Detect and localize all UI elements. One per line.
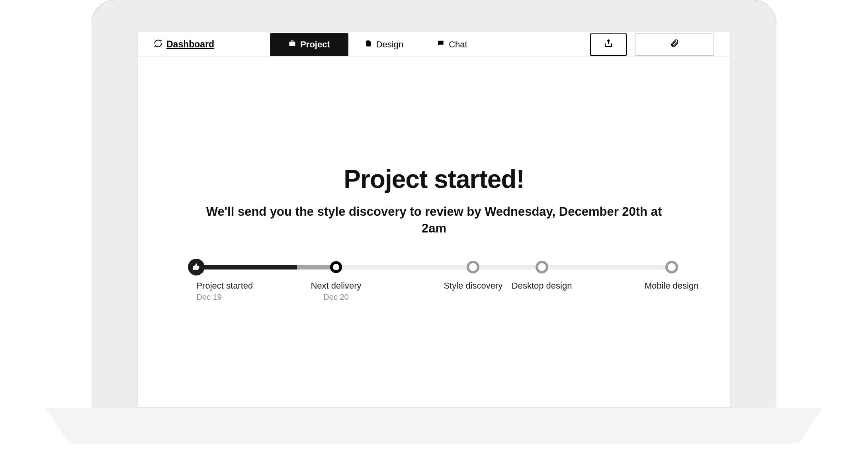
thumbs-up-icon	[192, 263, 200, 271]
tab-label: Design	[376, 39, 403, 50]
progress-step-name: Mobile design	[645, 281, 699, 291]
briefcase-icon	[288, 39, 296, 49]
progress-node-4	[665, 261, 678, 273]
progress-step-date: Dec 20	[311, 293, 361, 302]
tab-project[interactable]: Project	[270, 33, 348, 56]
progress-timeline: Project startedDec 19Next deliveryDec 20…	[189, 265, 679, 309]
progress-track	[189, 265, 679, 269]
tab-chat[interactable]: Chat	[420, 33, 484, 56]
progress-step-name: Next delivery	[311, 281, 361, 291]
dashboard-link[interactable]: Dashboard	[154, 39, 214, 50]
progress-label-0: Project startedDec 19	[196, 281, 253, 302]
file-icon	[365, 39, 372, 49]
progress-labels: Project startedDec 19Next deliveryDec 20…	[189, 281, 679, 309]
device-base	[20, 408, 848, 443]
progress-step-name: Project started	[196, 281, 253, 291]
paperclip-icon	[670, 39, 679, 51]
tab-bar: Project Design Chat	[270, 33, 484, 56]
share-icon	[604, 39, 613, 51]
progress-step-name: Style discovery	[444, 281, 502, 291]
app-screen: Dashboard Project Design Chat	[137, 32, 731, 408]
progress-label-4: Mobile design	[645, 281, 699, 291]
tab-label: Project	[300, 39, 330, 50]
top-bar: Dashboard Project Design Chat	[138, 32, 730, 57]
progress-node-3	[536, 261, 548, 273]
progress-node-1	[330, 261, 342, 273]
refresh-icon	[154, 39, 162, 50]
progress-node-2	[467, 261, 479, 273]
chat-icon	[437, 39, 445, 49]
progress-step-date: Dec 19	[196, 293, 253, 302]
tab-label: Chat	[449, 39, 467, 50]
progress-label-1: Next deliveryDec 20	[311, 281, 361, 302]
progress-node-0	[188, 259, 205, 275]
attach-button[interactable]	[635, 33, 714, 56]
progress-label-2: Style discovery	[444, 281, 502, 291]
page-subtitle: We'll send you the style discovery to re…	[199, 203, 669, 237]
progress-fill-complete	[189, 265, 297, 269]
share-button[interactable]	[590, 33, 627, 56]
main-content: Project started! We'll send you the styl…	[138, 57, 730, 309]
progress-label-3: Desktop design	[512, 281, 572, 291]
progress-step-name: Desktop design	[512, 281, 572, 291]
page-title: Project started!	[138, 164, 730, 194]
dashboard-link-label: Dashboard	[166, 39, 214, 50]
tab-design[interactable]: Design	[348, 33, 420, 56]
